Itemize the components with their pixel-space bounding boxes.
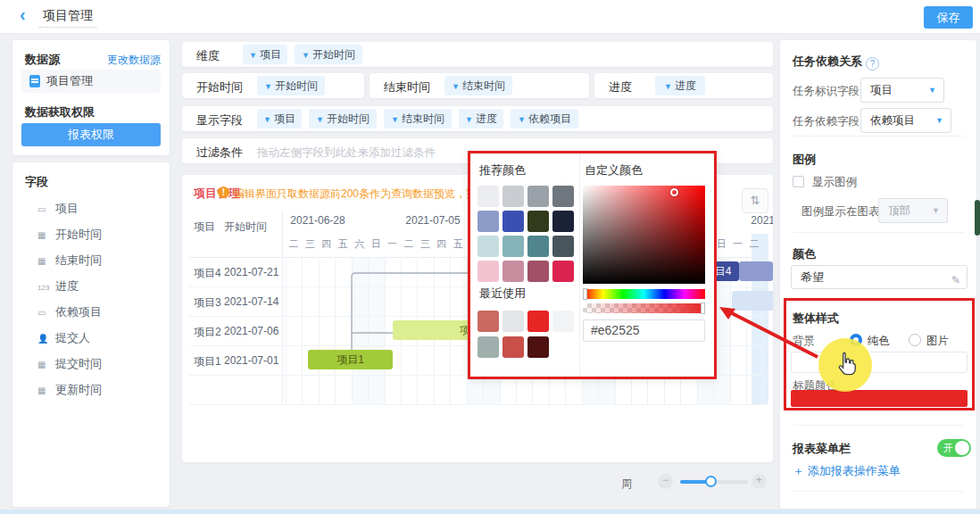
- hue-slider-handle[interactable]: [583, 288, 587, 300]
- alpha-slider-handle[interactable]: [701, 303, 705, 314]
- chip-项目[interactable]: ▼项目: [257, 109, 302, 128]
- zoom-in-button[interactable]: +: [752, 474, 767, 489]
- chevron-down-icon: ▼: [518, 115, 526, 124]
- gantt-bar[interactable]: [732, 291, 773, 311]
- gantt-bar-项目1[interactable]: 项目1: [308, 350, 393, 369]
- gantt-row-name: 项目3: [194, 295, 221, 311]
- datasource-item[interactable]: 项目管理: [21, 70, 161, 93]
- chip-label: 项目: [260, 48, 281, 61]
- chip-结束时间[interactable]: ▼结束时间: [384, 109, 452, 128]
- display-fields-row: 显示字段 ▼项目▼开始时间▼结束时间▼进度▼依赖项目: [182, 106, 773, 131]
- recommended-swatch[interactable]: [478, 261, 499, 282]
- recommended-swatch[interactable]: [478, 186, 499, 207]
- page-title[interactable]: 项目管理: [39, 8, 96, 28]
- fields-card: 字段 ▭项目▦开始时间▦结束时间123进度▭依赖项目👤提交人▦提交时间▦更新时间: [12, 162, 170, 507]
- recommended-swatch[interactable]: [527, 236, 549, 257]
- help-icon[interactable]: ?: [866, 57, 879, 70]
- recommended-swatch[interactable]: [478, 211, 499, 232]
- task-id-select[interactable]: 项目▼: [860, 78, 944, 103]
- week-header-label: 2021-07-26: [751, 214, 773, 227]
- divider: [793, 491, 964, 492]
- field-item-提交时间[interactable]: ▦提交时间: [37, 353, 171, 375]
- start-time-chip[interactable]: ▼开始时间: [257, 76, 325, 95]
- recommended-swatch[interactable]: [478, 236, 499, 257]
- bg-solid-label[interactable]: 纯色: [868, 334, 890, 349]
- end-time-chip[interactable]: ▼结束时间: [444, 76, 512, 95]
- show-legend-checkbox[interactable]: [793, 176, 804, 187]
- field-item-开始时间[interactable]: ▦开始时间: [37, 224, 171, 245]
- chip-依赖项目[interactable]: ▼依赖项目: [511, 109, 578, 128]
- bg-image-label[interactable]: 图片: [926, 334, 949, 349]
- gantt-warning-text: 编辑界面只取数据源前200条作为查询数据预览，完: [234, 187, 477, 202]
- chevron-down-icon: ▼: [263, 115, 271, 124]
- hue-slider[interactable]: [583, 289, 705, 299]
- task-dep-select[interactable]: 依赖项目▼: [860, 108, 951, 133]
- field-item-更新时间[interactable]: ▦更新时间: [37, 379, 171, 401]
- sv-marker[interactable]: [670, 188, 678, 196]
- chip-进度[interactable]: ▼进度: [459, 109, 503, 128]
- sort-button[interactable]: ⇅: [742, 188, 768, 213]
- recent-swatch[interactable]: [478, 311, 499, 332]
- save-button[interactable]: 保存: [924, 6, 973, 29]
- divider: [793, 425, 964, 426]
- recommended-swatch[interactable]: [502, 236, 524, 257]
- field-item-结束时间[interactable]: ▦结束时间: [37, 250, 171, 271]
- weekday-label: 三: [417, 237, 433, 251]
- recommended-swatch[interactable]: [552, 186, 574, 207]
- recommended-swatch[interactable]: [552, 236, 574, 257]
- recent-swatch[interactable]: [478, 336, 499, 358]
- recent-swatch[interactable]: [527, 336, 549, 358]
- chip-label: 开始时间: [312, 48, 355, 61]
- alpha-slider[interactable]: [583, 303, 705, 313]
- recommended-swatch[interactable]: [552, 211, 574, 232]
- divider: [793, 136, 964, 137]
- zoom-out-button[interactable]: −: [658, 474, 673, 489]
- chip-label: 开始时间: [275, 79, 318, 92]
- recommended-swatch[interactable]: [502, 186, 524, 207]
- chip-项目[interactable]: ▼项目: [243, 45, 287, 64]
- recommended-swatch[interactable]: [527, 186, 549, 207]
- add-menu-link[interactable]: ＋ 添加报表操作菜单: [793, 463, 901, 479]
- recent-swatch[interactable]: [552, 311, 574, 332]
- recommended-swatch[interactable]: [552, 261, 574, 282]
- field-item-依赖项目[interactable]: ▭依赖项目: [37, 302, 171, 323]
- fields-title: 字段: [25, 174, 48, 190]
- legend-position-select[interactable]: 顶部▼: [878, 198, 948, 223]
- menu-bar-toggle[interactable]: 开: [937, 439, 971, 457]
- weekday-label: 二: [286, 237, 302, 251]
- recommended-swatch[interactable]: [502, 211, 524, 232]
- recommended-swatch[interactable]: [527, 211, 549, 232]
- field-item-进度[interactable]: 123进度: [37, 276, 171, 297]
- back-button[interactable]: ‹: [20, 4, 26, 25]
- field-item-项目[interactable]: ▭项目: [37, 198, 171, 220]
- zoom-slider-thumb[interactable]: [705, 476, 717, 487]
- recent-swatch[interactable]: [502, 311, 524, 332]
- change-datasource-link[interactable]: 更改数据源: [107, 53, 161, 68]
- datasource-title: 数据源: [25, 52, 60, 68]
- divider: [793, 232, 964, 233]
- edit-pencil-icon[interactable]: ✎: [951, 269, 960, 292]
- color-scheme-input[interactable]: 希望 ✎: [791, 265, 968, 289]
- background-color-input[interactable]: [791, 352, 968, 373]
- saturation-value-area[interactable]: [583, 186, 705, 284]
- bg-solid-radio[interactable]: [850, 334, 862, 346]
- start-time-label: 开始时间: [196, 79, 243, 95]
- recent-swatch[interactable]: [527, 311, 549, 332]
- weekday-label: 二: [746, 237, 762, 251]
- recommended-swatch[interactable]: [502, 261, 524, 282]
- progress-chip[interactable]: ▼进度: [655, 76, 705, 95]
- gantt-bar[interactable]: [739, 261, 773, 281]
- weekday-label: 五: [450, 237, 466, 251]
- hex-color-input[interactable]: #e62525: [583, 319, 705, 342]
- recommended-swatch[interactable]: [527, 261, 549, 282]
- progress-label: 进度: [609, 79, 632, 95]
- field-item-label: 提交时间: [55, 357, 102, 370]
- field-item-提交人[interactable]: 👤提交人: [37, 327, 171, 349]
- recent-swatch[interactable]: [502, 336, 524, 358]
- chip-开始时间[interactable]: ▼开始时间: [309, 109, 377, 128]
- chip-开始时间[interactable]: ▼开始时间: [295, 45, 362, 64]
- zoom-unit-label: 周: [621, 477, 632, 492]
- bg-image-radio[interactable]: [909, 334, 921, 346]
- title-color-swatch[interactable]: [791, 390, 968, 407]
- report-permission-button[interactable]: 报表权限: [21, 123, 161, 146]
